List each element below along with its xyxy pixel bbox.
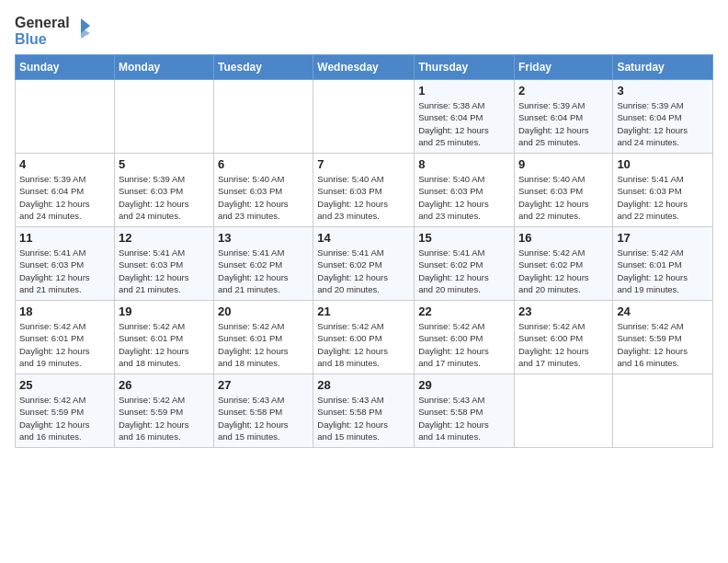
day-info: Sunrise: 5:40 AM Sunset: 6:03 PM Dayligh… <box>317 173 410 222</box>
header-thursday: Thursday <box>415 55 515 80</box>
calendar-cell: 10Sunrise: 5:41 AM Sunset: 6:03 PM Dayli… <box>613 154 713 227</box>
day-number: 26 <box>119 378 210 392</box>
day-info: Sunrise: 5:42 AM Sunset: 6:00 PM Dayligh… <box>317 320 410 369</box>
calendar-cell: 28Sunrise: 5:43 AM Sunset: 5:58 PM Dayli… <box>313 374 415 448</box>
day-number: 14 <box>317 231 410 245</box>
header-sunday: Sunday <box>16 55 115 80</box>
calendar-cell: 8Sunrise: 5:40 AM Sunset: 6:03 PM Daylig… <box>415 154 515 227</box>
day-info: Sunrise: 5:40 AM Sunset: 6:03 PM Dayligh… <box>218 173 309 222</box>
calendar-cell: 15Sunrise: 5:41 AM Sunset: 6:02 PM Dayli… <box>415 227 515 301</box>
day-info: Sunrise: 5:39 AM Sunset: 6:04 PM Dayligh… <box>518 99 609 148</box>
day-number: 20 <box>218 304 309 318</box>
day-info: Sunrise: 5:42 AM Sunset: 6:01 PM Dayligh… <box>119 320 210 369</box>
day-info: Sunrise: 5:43 AM Sunset: 5:58 PM Dayligh… <box>418 394 510 442</box>
day-number: 18 <box>19 304 110 318</box>
day-number: 7 <box>317 157 410 171</box>
day-number: 29 <box>418 378 510 392</box>
day-number: 9 <box>518 157 609 171</box>
day-info: Sunrise: 5:41 AM Sunset: 6:03 PM Dayligh… <box>19 247 110 295</box>
calendar-cell: 27Sunrise: 5:43 AM Sunset: 5:58 PM Dayli… <box>214 374 313 448</box>
day-info: Sunrise: 5:41 AM Sunset: 6:03 PM Dayligh… <box>617 173 709 222</box>
week-row-4: 18Sunrise: 5:42 AM Sunset: 6:01 PM Dayli… <box>16 301 713 374</box>
header-monday: Monday <box>114 55 213 80</box>
calendar-cell: 18Sunrise: 5:42 AM Sunset: 6:01 PM Dayli… <box>16 301 115 374</box>
calendar-cell: 4Sunrise: 5:39 AM Sunset: 6:04 PM Daylig… <box>16 154 115 227</box>
calendar-cell: 5Sunrise: 5:39 AM Sunset: 6:03 PM Daylig… <box>114 154 213 227</box>
day-info: Sunrise: 5:42 AM Sunset: 6:01 PM Dayligh… <box>19 320 110 369</box>
day-number: 15 <box>418 231 510 245</box>
day-info: Sunrise: 5:39 AM Sunset: 6:03 PM Dayligh… <box>119 173 210 222</box>
calendar-table: SundayMondayTuesdayWednesdayThursdayFrid… <box>15 54 713 448</box>
day-number: 5 <box>119 157 210 171</box>
calendar-cell: 19Sunrise: 5:42 AM Sunset: 6:01 PM Dayli… <box>114 301 213 374</box>
day-number: 28 <box>317 378 410 392</box>
week-row-5: 25Sunrise: 5:42 AM Sunset: 5:59 PM Dayli… <box>16 374 713 448</box>
week-row-3: 11Sunrise: 5:41 AM Sunset: 6:03 PM Dayli… <box>16 227 713 301</box>
day-number: 16 <box>518 231 609 245</box>
page-header: General Blue <box>15 15 713 47</box>
week-row-2: 4Sunrise: 5:39 AM Sunset: 6:04 PM Daylig… <box>16 154 713 227</box>
day-number: 2 <box>518 84 609 98</box>
calendar-cell: 20Sunrise: 5:42 AM Sunset: 6:01 PM Dayli… <box>214 301 313 374</box>
calendar-cell: 7Sunrise: 5:40 AM Sunset: 6:03 PM Daylig… <box>313 154 415 227</box>
day-number: 22 <box>418 304 510 318</box>
day-info: Sunrise: 5:42 AM Sunset: 5:59 PM Dayligh… <box>19 394 110 442</box>
calendar-cell: 3Sunrise: 5:39 AM Sunset: 6:04 PM Daylig… <box>613 80 713 154</box>
day-info: Sunrise: 5:42 AM Sunset: 6:02 PM Dayligh… <box>518 247 609 295</box>
calendar-cell: 9Sunrise: 5:40 AM Sunset: 6:03 PM Daylig… <box>514 154 612 227</box>
calendar-cell: 26Sunrise: 5:42 AM Sunset: 5:59 PM Dayli… <box>114 374 213 448</box>
calendar-cell <box>214 80 313 154</box>
day-info: Sunrise: 5:42 AM Sunset: 6:00 PM Dayligh… <box>518 320 609 369</box>
day-number: 8 <box>418 157 510 171</box>
day-info: Sunrise: 5:43 AM Sunset: 5:58 PM Dayligh… <box>218 394 309 442</box>
calendar-cell <box>613 374 713 448</box>
day-number: 13 <box>218 231 309 245</box>
day-number: 27 <box>218 378 309 392</box>
calendar-cell: 12Sunrise: 5:41 AM Sunset: 6:03 PM Dayli… <box>114 227 213 301</box>
day-info: Sunrise: 5:43 AM Sunset: 5:58 PM Dayligh… <box>317 394 410 442</box>
logo-line2: Blue <box>15 31 70 48</box>
header-wednesday: Wednesday <box>313 55 415 80</box>
day-info: Sunrise: 5:39 AM Sunset: 6:04 PM Dayligh… <box>617 99 709 148</box>
calendar-cell: 22Sunrise: 5:42 AM Sunset: 6:00 PM Dayli… <box>415 301 515 374</box>
header-tuesday: Tuesday <box>214 55 313 80</box>
calendar-cell: 16Sunrise: 5:42 AM Sunset: 6:02 PM Dayli… <box>514 227 612 301</box>
day-number: 17 <box>617 231 709 245</box>
calendar-cell: 13Sunrise: 5:41 AM Sunset: 6:02 PM Dayli… <box>214 227 313 301</box>
calendar-cell: 14Sunrise: 5:41 AM Sunset: 6:02 PM Dayli… <box>313 227 415 301</box>
day-info: Sunrise: 5:42 AM Sunset: 6:00 PM Dayligh… <box>418 320 510 369</box>
day-info: Sunrise: 5:42 AM Sunset: 6:01 PM Dayligh… <box>218 320 309 369</box>
calendar-cell: 1Sunrise: 5:38 AM Sunset: 6:04 PM Daylig… <box>415 80 515 154</box>
calendar-cell <box>514 374 612 448</box>
logo: General Blue <box>15 15 90 47</box>
week-row-1: 1Sunrise: 5:38 AM Sunset: 6:04 PM Daylig… <box>16 80 713 154</box>
day-number: 12 <box>119 231 210 245</box>
day-info: Sunrise: 5:42 AM Sunset: 5:59 PM Dayligh… <box>617 320 709 369</box>
day-info: Sunrise: 5:42 AM Sunset: 6:01 PM Dayligh… <box>617 247 709 295</box>
calendar-cell <box>313 80 415 154</box>
day-number: 25 <box>19 378 110 392</box>
calendar-cell: 25Sunrise: 5:42 AM Sunset: 5:59 PM Dayli… <box>16 374 115 448</box>
day-info: Sunrise: 5:38 AM Sunset: 6:04 PM Dayligh… <box>418 99 510 148</box>
calendar-cell: 29Sunrise: 5:43 AM Sunset: 5:58 PM Dayli… <box>415 374 515 448</box>
day-number: 23 <box>518 304 609 318</box>
day-number: 19 <box>119 304 210 318</box>
logo-line1: General <box>15 15 70 31</box>
day-info: Sunrise: 5:40 AM Sunset: 6:03 PM Dayligh… <box>518 173 609 222</box>
header-saturday: Saturday <box>613 55 713 80</box>
day-number: 1 <box>418 84 510 98</box>
logo-graphic: General Blue <box>15 15 90 47</box>
header-friday: Friday <box>514 55 612 80</box>
day-info: Sunrise: 5:41 AM Sunset: 6:03 PM Dayligh… <box>119 247 210 295</box>
day-info: Sunrise: 5:41 AM Sunset: 6:02 PM Dayligh… <box>218 247 309 295</box>
calendar-cell: 21Sunrise: 5:42 AM Sunset: 6:00 PM Dayli… <box>313 301 415 374</box>
day-info: Sunrise: 5:42 AM Sunset: 5:59 PM Dayligh… <box>119 394 210 442</box>
day-info: Sunrise: 5:41 AM Sunset: 6:02 PM Dayligh… <box>317 247 410 295</box>
day-number: 3 <box>617 84 709 98</box>
day-number: 6 <box>218 157 309 171</box>
calendar-cell: 6Sunrise: 5:40 AM Sunset: 6:03 PM Daylig… <box>214 154 313 227</box>
calendar-cell: 24Sunrise: 5:42 AM Sunset: 5:59 PM Dayli… <box>613 301 713 374</box>
day-number: 24 <box>617 304 709 318</box>
day-header-row: SundayMondayTuesdayWednesdayThursdayFrid… <box>16 55 713 80</box>
calendar-cell: 17Sunrise: 5:42 AM Sunset: 6:01 PM Dayli… <box>613 227 713 301</box>
